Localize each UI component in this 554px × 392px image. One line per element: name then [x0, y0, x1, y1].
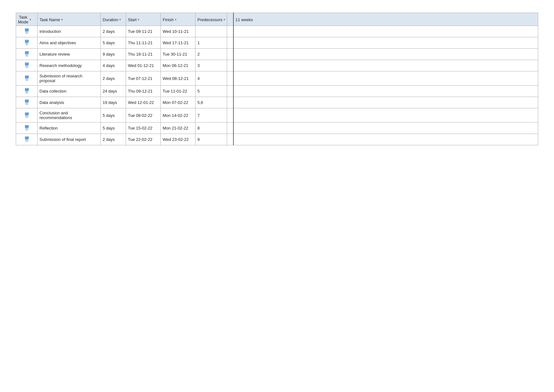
task-name-cell[interactable]: Submission of final report: [38, 134, 101, 145]
col-header-start[interactable]: Start ▾: [126, 13, 161, 26]
predecessors-cell[interactable]: 5: [196, 86, 227, 97]
predecessors-cell[interactable]: 5,6: [196, 97, 227, 108]
task-name-cell[interactable]: Introduction: [38, 26, 101, 37]
task-name-cell[interactable]: Reflection: [38, 123, 101, 134]
svg-rect-31: [25, 77, 29, 78]
task-name-cell[interactable]: Research methodology: [38, 60, 101, 71]
col-header-taskmode[interactable]: TaskMode ▾: [16, 13, 38, 26]
svg-rect-2: [26, 29, 28, 29]
col-header-duration[interactable]: Duration ▾: [101, 13, 126, 26]
col-duration-arrow: ▾: [119, 18, 121, 21]
start-cell[interactable]: Wed 12-01-22: [126, 97, 161, 108]
svg-rect-6: [26, 32, 27, 33]
duration-cell[interactable]: 5 days: [101, 37, 126, 49]
task-mode-cell: [16, 60, 38, 71]
start-cell[interactable]: Tue 15-02-22: [126, 123, 161, 134]
col-taskmode-arrow: ▾: [30, 18, 31, 21]
duration-cell[interactable]: 2 days: [101, 134, 126, 145]
start-cell[interactable]: Tue 07-12-21: [126, 71, 161, 86]
predecessors-cell[interactable]: 9: [196, 134, 227, 145]
extra-cell: [227, 108, 233, 123]
predecessors-cell[interactable]: 4: [196, 71, 227, 86]
start-cell[interactable]: Thu 09-12-21: [126, 86, 161, 97]
task-name-cell[interactable]: Aims and objectives: [38, 37, 101, 49]
col-predecessors-arrow: ▾: [224, 18, 225, 21]
col-header-finish[interactable]: Finish ▾: [161, 13, 196, 26]
page: TaskMode ▾ Task Name ▾ Duration ▾: [0, 0, 554, 158]
task-mode-icon: [24, 28, 30, 35]
finish-cell[interactable]: Wed 08-12-21: [161, 71, 196, 86]
svg-rect-51: [26, 113, 28, 113]
start-cell[interactable]: Tue 09-11-21: [126, 26, 161, 37]
duration-cell[interactable]: 5 days: [101, 123, 126, 134]
finish-cell[interactable]: Mon 14-02-22: [161, 108, 196, 123]
duration-cell[interactable]: 4 days: [101, 60, 126, 71]
task-mode-icon: [24, 88, 30, 94]
svg-rect-12: [26, 43, 28, 43]
predecessors-cell[interactable]: [196, 26, 227, 37]
gantt-cell: [233, 37, 538, 49]
finish-cell[interactable]: Tue 30-11-21: [161, 49, 196, 60]
task-name-cell[interactable]: Literature review: [38, 49, 101, 60]
finish-cell[interactable]: Mon 06-12-21: [161, 60, 196, 71]
duration-cell[interactable]: 5 days: [101, 108, 126, 123]
duration-cell[interactable]: 9 days: [101, 49, 126, 60]
finish-cell[interactable]: Wed 10-11-21: [161, 26, 196, 37]
svg-rect-37: [26, 89, 28, 89]
extra-cell: [227, 86, 233, 97]
svg-point-39: [28, 90, 29, 91]
finish-cell[interactable]: Mon 21-02-22: [161, 123, 196, 134]
svg-point-18: [28, 53, 29, 54]
col-taskname-arrow: ▾: [61, 18, 63, 21]
table-row: Literature review9 daysThu 18-11-21Tue 3…: [16, 49, 538, 60]
task-mode-cell: [16, 26, 38, 37]
finish-cell[interactable]: Wed 17-11-21: [161, 37, 196, 49]
gantt-cell: [233, 26, 538, 37]
predecessors-cell[interactable]: 3: [196, 60, 227, 71]
svg-point-46: [28, 102, 29, 102]
svg-rect-55: [26, 116, 27, 116]
gantt-cell: [233, 60, 538, 71]
task-name-cell[interactable]: Submission of research proposal: [38, 71, 101, 86]
finish-cell[interactable]: Tue 11-01-22: [161, 86, 196, 97]
gantt-table: TaskMode ▾ Task Name ▾ Duration ▾: [16, 13, 538, 145]
start-cell[interactable]: Tue 08-02-22: [126, 108, 161, 123]
task-mode-cell: [16, 37, 38, 49]
table-row: Research methodology4 daysWed 01-12-21Mo…: [16, 60, 538, 71]
predecessors-cell[interactable]: 1: [196, 37, 227, 49]
predecessors-cell[interactable]: 2: [196, 49, 227, 60]
svg-rect-62: [26, 129, 27, 129]
task-name-cell[interactable]: Conclusion and recommendations: [38, 108, 101, 123]
task-name-cell[interactable]: Data collection: [38, 86, 101, 97]
start-cell[interactable]: Tue 22-02-22: [126, 134, 161, 145]
table-header-row: TaskMode ▾ Task Name ▾ Duration ▾: [16, 13, 538, 26]
svg-rect-26: [26, 66, 28, 66]
duration-cell[interactable]: 19 days: [101, 97, 126, 108]
col-start-arrow: ▾: [138, 18, 139, 21]
svg-rect-5: [26, 32, 28, 32]
svg-rect-47: [26, 103, 28, 103]
start-cell[interactable]: Wed 01-12-21: [126, 60, 161, 71]
svg-rect-16: [26, 52, 28, 52]
svg-rect-41: [26, 92, 27, 92]
start-cell[interactable]: Thu 18-11-21: [126, 49, 161, 60]
finish-cell[interactable]: Wed 23-02-22: [161, 134, 196, 145]
gantt-cell: [233, 108, 538, 123]
col-header-predecessors[interactable]: Predecessors ▾: [196, 13, 227, 26]
duration-cell[interactable]: 2 days: [101, 26, 126, 37]
predecessors-cell[interactable]: 7: [196, 108, 227, 123]
task-mode-icon: [24, 136, 30, 143]
svg-point-4: [28, 31, 29, 31]
svg-rect-24: [25, 64, 29, 65]
task-name-cell[interactable]: Data analysis: [38, 97, 101, 108]
predecessors-cell[interactable]: 8: [196, 123, 227, 134]
finish-cell[interactable]: Mon 07-02-22: [161, 97, 196, 108]
col-header-taskname[interactable]: Task Name ▾: [38, 13, 101, 26]
gantt-cell: [233, 71, 538, 86]
duration-cell[interactable]: 24 days: [101, 86, 126, 97]
duration-cell[interactable]: 2 days: [101, 71, 126, 86]
svg-rect-61: [26, 128, 28, 129]
start-cell[interactable]: Thu 11-11-21: [126, 37, 161, 49]
svg-rect-17: [25, 53, 29, 54]
table-row: Submission of final report2 daysTue 22-0…: [16, 134, 538, 145]
